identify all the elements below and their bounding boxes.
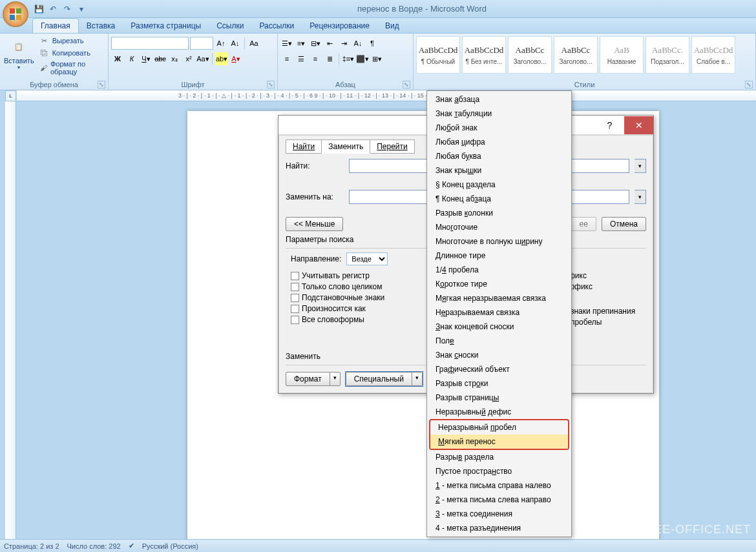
less-button[interactable]: << Меньше	[286, 217, 343, 231]
menu-item-30[interactable]: 4 - метка разъединения	[428, 521, 571, 535]
tab-review[interactable]: Рецензирование	[302, 19, 377, 33]
indent-dec-icon[interactable]: ⇤	[323, 37, 336, 50]
tab-mailings[interactable]: Рассылки	[251, 19, 302, 33]
special-button[interactable]: Специальный	[346, 372, 412, 386]
menu-item-14[interactable]: Мягкая неразрываемая связка	[428, 291, 571, 305]
tab-insert[interactable]: Вставка	[79, 19, 123, 33]
clear-format-icon[interactable]: Aa	[247, 37, 260, 50]
copy-button[interactable]: ⿻Копировать	[37, 47, 105, 59]
menu-item-26[interactable]: Пустое пространство	[428, 464, 571, 478]
multilevel-icon[interactable]: ⊟▾	[309, 37, 322, 50]
grow-font-icon[interactable]: A↑	[215, 37, 227, 50]
dlg-tab-goto[interactable]: Перейти	[370, 139, 415, 154]
styles-launcher-icon[interactable]: ⤡	[745, 81, 753, 88]
checkbox-whole[interactable]	[291, 283, 299, 291]
format-dropdown-icon[interactable]: ▾	[330, 372, 341, 386]
align-left-icon[interactable]: ≡	[280, 52, 293, 65]
menu-item-13[interactable]: Короткое тире	[428, 277, 571, 291]
menu-item-29[interactable]: 3 - метка соединения	[428, 507, 571, 521]
font-family-select[interactable]	[111, 37, 189, 50]
para-launcher-icon[interactable]: ⤡	[403, 81, 410, 88]
style-5[interactable]: AaBbCc.Подзагол...	[646, 36, 689, 74]
menu-item-27[interactable]: 1 - метка письма справа налево	[428, 478, 571, 493]
tab-layout[interactable]: Разметка страницы	[123, 19, 209, 33]
style-0[interactable]: AaBbCcDd¶ Обычный	[416, 36, 460, 74]
menu-item-16[interactable]: Знак концевой сноски	[428, 320, 571, 334]
status-words[interactable]: Число слов: 292	[67, 542, 121, 550]
style-6[interactable]: AaBbCcDdСлабое в...	[691, 36, 735, 74]
office-button[interactable]	[3, 1, 28, 27]
cancel-button[interactable]: Отмена	[602, 217, 646, 231]
menu-item-5[interactable]: Знак крышки	[428, 163, 571, 178]
format-painter-button[interactable]: 🖌Формат по образцу	[37, 59, 105, 76]
status-page[interactable]: Страница: 2 из 2	[4, 542, 59, 550]
qat-dropdown-icon[interactable]: ▾	[75, 3, 88, 15]
menu-item-8[interactable]: Разрыв колонки	[428, 206, 571, 220]
shading-icon[interactable]: ⬛▾	[356, 52, 369, 65]
menu-item-17[interactable]: Поле	[428, 334, 571, 348]
borders-icon[interactable]: ⊞▾	[370, 52, 383, 65]
redo-icon[interactable]: ↷	[61, 3, 74, 15]
style-2[interactable]: AaBbCcЗаголово...	[508, 36, 552, 74]
paste-button[interactable]: 📋 Вставить ▾	[3, 35, 36, 72]
menu-item-15[interactable]: Неразрываемая связка	[428, 305, 571, 320]
checkbox-wildcard[interactable]	[291, 294, 299, 302]
tab-home[interactable]: Главная	[32, 18, 79, 33]
menu-item-6[interactable]: § Конец раздела	[428, 178, 571, 192]
format-button[interactable]: Формат	[286, 372, 330, 386]
close-button[interactable]: ✕	[624, 116, 653, 134]
menu-item-9[interactable]: Многоточие	[428, 220, 571, 234]
replace-dropdown-icon[interactable]: ▾	[635, 190, 646, 204]
menu-item-10[interactable]: Многоточие в полную ширину	[428, 234, 571, 249]
ee-button[interactable]: ee	[571, 217, 596, 231]
align-right-icon[interactable]: ≡	[309, 52, 322, 65]
status-proof[interactable]: ✔	[129, 542, 134, 550]
style-4[interactable]: АаВНазвание	[600, 36, 644, 74]
menu-item-2[interactable]: Любой знак	[428, 121, 571, 135]
menu-item-22[interactable]: Неразрывный дефис	[428, 405, 571, 419]
status-lang[interactable]: Русский (Россия)	[142, 542, 198, 550]
font-color-button[interactable]: A▾	[229, 52, 242, 65]
style-1[interactable]: AaBbCcDd¶ Без инте...	[462, 36, 506, 74]
ruler-corner[interactable]: L	[5, 90, 16, 101]
menu-item-11[interactable]: Длинное тире	[428, 249, 571, 263]
menu-item-1[interactable]: Знак табуляции	[428, 107, 571, 121]
subscript-button[interactable]: x₂	[168, 52, 181, 65]
ruler-horizontal[interactable]: 3 · | · 2 · | · 1 · | · △ · | · 1 · | · …	[17, 90, 756, 101]
menu-item-24[interactable]: Мягкий перенос	[430, 434, 568, 449]
menu-item-0[interactable]: Знак абзаца	[428, 92, 571, 107]
menu-item-21[interactable]: Разрыв страницы	[428, 391, 571, 405]
line-spacing-icon[interactable]: ‡≡▾	[342, 52, 355, 65]
align-justify-icon[interactable]: ≣	[323, 52, 336, 65]
checkbox-sounds[interactable]	[291, 305, 299, 313]
menu-item-25[interactable]: Разрыв раздела	[428, 450, 571, 464]
sort-icon[interactable]: A↓	[352, 37, 364, 50]
align-center-icon[interactable]: ☰	[295, 52, 308, 65]
undo-icon[interactable]: ↶	[47, 3, 59, 15]
menu-item-4[interactable]: Любая буква	[428, 149, 571, 163]
change-case-button[interactable]: Aa▾	[196, 52, 209, 65]
font-launcher-icon[interactable]: ⤡	[267, 81, 275, 88]
underline-button[interactable]: Ч▾	[140, 52, 152, 65]
checkbox-forms[interactable]	[291, 316, 299, 324]
tab-view[interactable]: Вид	[377, 19, 407, 33]
bold-button[interactable]: Ж	[111, 52, 124, 65]
menu-item-20[interactable]: Разрыв строки	[428, 376, 571, 391]
ruler-vertical[interactable]	[5, 101, 16, 539]
style-3[interactable]: AaBbCcЗаголово...	[554, 36, 598, 74]
checkbox-case[interactable]	[291, 272, 299, 280]
menu-item-12[interactable]: 1/4 пробела	[428, 263, 571, 277]
menu-item-3[interactable]: Любая цифра	[428, 135, 571, 149]
shrink-font-icon[interactable]: A↓	[229, 37, 242, 50]
strike-button[interactable]: abc	[154, 52, 167, 65]
find-dropdown-icon[interactable]: ▾	[635, 159, 646, 173]
font-size-select[interactable]	[190, 37, 213, 50]
menu-item-18[interactable]: Знак сноски	[428, 348, 571, 362]
special-dropdown-icon[interactable]: ▾	[412, 372, 423, 386]
cut-button[interactable]: ✂Вырезать	[37, 35, 105, 46]
menu-item-28[interactable]: 2 - метка письма слева направо	[428, 493, 571, 507]
dlg-tab-replace[interactable]: Заменить	[321, 139, 370, 154]
indent-inc-icon[interactable]: ⇥	[337, 37, 350, 50]
dlg-tab-find[interactable]: Найти	[286, 139, 322, 154]
help-button[interactable]: ?	[595, 116, 624, 134]
